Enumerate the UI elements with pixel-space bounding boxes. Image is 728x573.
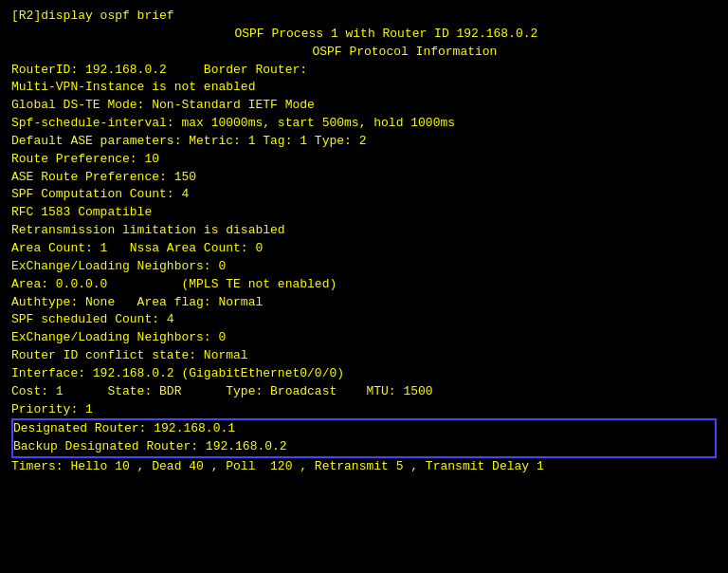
terminal-line: Interface: 192.168.0.2 (GigabitEthernet0… xyxy=(11,365,717,383)
terminal-line: OSPF Protocol Information xyxy=(11,44,717,62)
terminal-line: OSPF Process 1 with Router ID 192.168.0.… xyxy=(11,26,717,44)
terminal-line: Area Count: 1 Nssa Area Count: 0 xyxy=(11,240,717,258)
prompt-line: [R2]display ospf brief xyxy=(11,8,717,26)
terminal-line: ExChange/Loading Neighbors: 0 xyxy=(11,329,717,347)
terminal-line: Priority: 1 xyxy=(11,401,717,419)
terminal-line: Global DS-TE Mode: Non-Standard IETF Mod… xyxy=(11,97,717,115)
terminal-line: Spf-schedule-interval: max 10000ms, star… xyxy=(11,115,717,133)
terminal-line: Retransmission limitation is disabled xyxy=(11,222,717,240)
terminal-line: ExChange/Loading Neighbors: 0 xyxy=(11,258,717,276)
terminal-line: Cost: 1 State: BDR Type: Broadcast MTU: … xyxy=(11,383,717,401)
terminal-line: RFC 1583 Compatible xyxy=(11,204,717,222)
highlighted-lines: Designated Router: 192.168.0.1Backup Des… xyxy=(13,420,715,456)
terminal-output: OSPF Process 1 with Router ID 192.168.0.… xyxy=(11,26,717,419)
terminal-line: SPF scheduled Count: 4 xyxy=(11,311,717,329)
terminal-line: RouterID: 192.168.0.2 Border Router: xyxy=(11,62,717,80)
terminal-line: SPF Computation Count: 4 xyxy=(11,186,717,204)
last-line: Timers: Hello 10 , Dead 40 , Poll 120 , … xyxy=(11,458,717,476)
terminal-line: Default ASE parameters: Metric: 1 Tag: 1… xyxy=(11,133,717,151)
terminal-line: Router ID conflict state: Normal xyxy=(11,347,717,365)
terminal-line: Authtype: None Area flag: Normal xyxy=(11,294,717,312)
terminal-line: Area: 0.0.0.0 (MPLS TE not enabled) xyxy=(11,276,717,294)
terminal-window: [R2]display ospf brief OSPF Process 1 wi… xyxy=(11,8,717,476)
highlighted-line: Designated Router: 192.168.0.1 xyxy=(13,420,715,438)
terminal-line: Route Preference: 10 xyxy=(11,151,717,169)
highlighted-section: Designated Router: 192.168.0.1Backup Des… xyxy=(11,418,717,458)
highlighted-line: Backup Designated Router: 192.168.0.2 xyxy=(13,438,715,456)
terminal-line: ASE Route Preference: 150 xyxy=(11,169,717,187)
terminal-line: Multi-VPN-Instance is not enabled xyxy=(11,79,717,97)
